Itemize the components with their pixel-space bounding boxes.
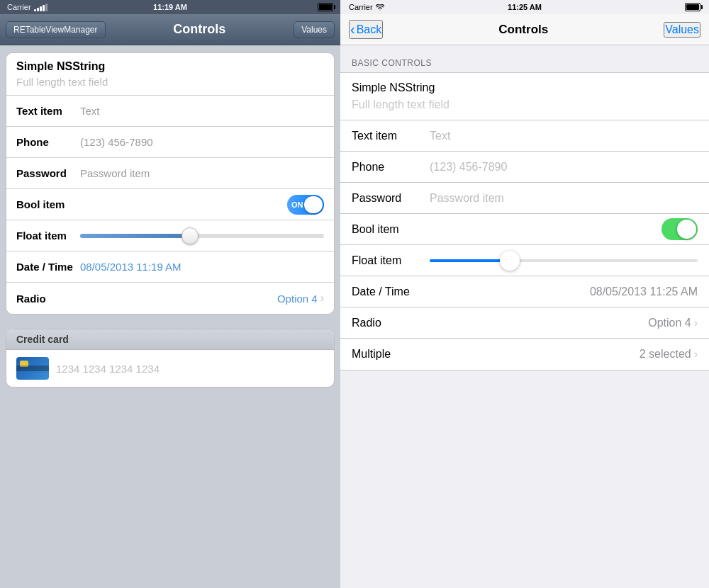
phone-value-left: (123) 456-7890	[80, 136, 324, 148]
radio-value-right: Option 4 ›	[430, 317, 698, 329]
date-label-left: Date / Time	[16, 261, 80, 273]
main-table-group-left: Simple NSString Full length text field T…	[6, 52, 335, 315]
back-chevron-right: ‹	[350, 21, 355, 38]
wifi-icon-right	[376, 4, 384, 11]
password-label-left: Password	[16, 167, 80, 179]
float-label-left: Float item	[16, 230, 80, 242]
date-row-left: Date / Time 08/05/2013 11:19 AM	[6, 251, 334, 283]
multiple-selected-text: 2 selected	[640, 348, 691, 361]
bar4	[43, 5, 45, 11]
battery-icon-left	[318, 3, 333, 11]
text-item-label-right: Text item	[352, 130, 430, 142]
bool-row-left: Bool item ON	[6, 189, 334, 220]
radio-chevron-left: ›	[320, 292, 324, 305]
content-left: Simple NSString Full length text field T…	[0, 45, 340, 588]
values-button-left[interactable]: Values	[294, 21, 335, 38]
radio-option-text-right: Option 4	[648, 317, 691, 329]
slider-track-left[interactable]	[80, 234, 324, 238]
battery-fill-right	[686, 4, 699, 10]
simple-placeholder-left: Full length text field	[16, 76, 108, 88]
text-item-row-right: Text item Text	[340, 120, 709, 152]
text-item-value-left: Text	[80, 105, 324, 117]
nav-title-left: Controls	[110, 22, 290, 37]
multiple-chevron-right: ›	[694, 348, 698, 361]
toggle-knob-right	[677, 220, 696, 239]
password-row-left: Password Password item	[6, 158, 334, 189]
toggle-green-right[interactable]	[661, 218, 698, 240]
slider-thumb-left[interactable]	[182, 227, 199, 244]
phone-row-left: Phone (123) 456-7890	[6, 127, 334, 158]
carrier-left: Carrier	[7, 3, 48, 11]
simple-label-right: Simple NSString	[352, 81, 435, 94]
radio-chevron-right: ›	[694, 317, 698, 329]
toggle-on-left[interactable]: ON	[287, 195, 324, 215]
status-bar-right: Carrier 11:25 AM	[340, 0, 709, 14]
phone-row-right: Phone (123) 456-7890	[340, 152, 709, 183]
card-stripe	[16, 366, 49, 371]
nav-title-right: Controls	[383, 23, 664, 37]
radio-value-left: Option 4 ›	[80, 292, 324, 305]
bool-toggle-container-right	[430, 218, 698, 240]
multiple-label-right: Multiple	[352, 348, 430, 361]
password-value-left: Password item	[80, 167, 324, 179]
password-label-right: Password	[352, 192, 430, 205]
radio-row-right[interactable]: Radio Option 4 ›	[340, 307, 709, 339]
slider-right	[430, 259, 698, 262]
back-button-left[interactable]: RETableViewManager	[6, 21, 106, 38]
credit-card-group-left: Credit card 1234 1234 1234 1234	[6, 329, 335, 388]
left-panel: Carrier 11:19 AM RETableViewManager Cont…	[0, 0, 340, 588]
credit-card-header-left: Credit card	[6, 329, 334, 350]
nav-bar-right: ‹ Back Controls Values	[340, 14, 709, 45]
carrier-text-right: Carrier	[349, 3, 373, 11]
simple-nsstring-row-right: Simple NSString Full length text field	[340, 73, 709, 120]
carrier-right: Carrier	[349, 3, 384, 11]
toggle-on-label: ON	[291, 200, 303, 209]
date-row-right: Date / Time 08/05/2013 11:25 AM	[340, 276, 709, 307]
credit-card-row-left[interactable]: 1234 1234 1234 1234	[6, 350, 334, 387]
password-row-right: Password Password item	[340, 183, 709, 214]
bar1	[34, 9, 36, 11]
multiple-row-right[interactable]: Multiple 2 selected ›	[340, 339, 709, 370]
slider-container-left	[80, 234, 324, 238]
toggle-knob-left	[304, 196, 323, 213]
values-button-right[interactable]: Values	[664, 22, 700, 38]
carrier-text-left: Carrier	[7, 3, 31, 11]
float-row-right: Float item	[340, 245, 709, 276]
card-icon-left	[16, 357, 49, 380]
radio-label-left: Radio	[16, 293, 80, 305]
bar2	[37, 8, 39, 11]
date-label-right: Date / Time	[352, 285, 430, 298]
section-header-right: BASIC CONTROLS	[340, 45, 709, 72]
float-label-right: Float item	[352, 254, 430, 267]
battery-area-left	[318, 3, 333, 11]
back-label-right: Back	[357, 23, 382, 36]
radio-label-right: Radio	[352, 317, 430, 329]
main-table-right: Simple NSString Full length text field T…	[340, 72, 709, 371]
right-panel: Carrier 11:25 AM ‹ Back Controls Values …	[340, 0, 709, 588]
signal-bars-left	[34, 3, 48, 11]
slider-fill-right	[430, 259, 510, 262]
text-item-label-left: Text item	[16, 105, 80, 117]
slider-track-right[interactable]	[430, 259, 698, 262]
bar3	[40, 6, 42, 11]
radio-option-text-left: Option 4	[277, 293, 318, 305]
bool-row-right: Bool item	[340, 214, 709, 245]
status-bar-left: Carrier 11:19 AM	[0, 0, 340, 14]
slider-fill-left	[80, 234, 190, 238]
phone-value-right: (123) 456-7890	[430, 161, 698, 174]
time-left: 11:19 AM	[153, 3, 187, 11]
slider-thumb-right[interactable]	[500, 251, 520, 271]
bool-toggle-container-left: ON	[80, 195, 324, 215]
nav-bar-left: RETableViewManager Controls Values	[0, 14, 340, 45]
date-value-right: 08/05/2013 11:25 AM	[430, 285, 698, 298]
phone-label-left: Phone	[16, 136, 80, 148]
phone-label-right: Phone	[352, 161, 430, 174]
radio-row-left[interactable]: Radio Option 4 ›	[6, 283, 334, 314]
simple-nsstring-row-left: Simple NSString Full length text field	[6, 53, 334, 96]
text-item-row-left: Text item Text	[6, 96, 334, 127]
bool-label-right: Bool item	[352, 223, 430, 236]
battery-tip-right	[701, 5, 703, 9]
multiple-value-right: 2 selected ›	[430, 348, 698, 361]
password-value-right: Password item	[430, 192, 698, 205]
back-button-right[interactable]: ‹ Back	[349, 20, 383, 39]
